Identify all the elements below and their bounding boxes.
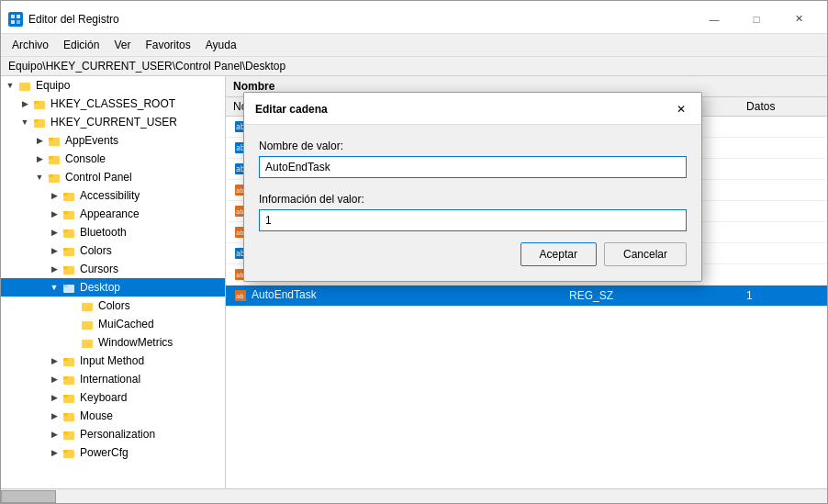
- dialog-cancel-button[interactable]: Cancelar: [604, 242, 687, 266]
- dialog-overlay: Editar cadena ✕ Nombre de valor: Informa…: [0, 0, 828, 504]
- field-value-label: Información del valor:: [259, 193, 687, 206]
- registry-editor-window: Editor del Registro — □ ✕ Archivo Edició…: [0, 0, 828, 504]
- dialog-body: Nombre de valor: Información del valor: …: [244, 125, 701, 281]
- dialog-title: Editar cadena: [255, 103, 672, 116]
- dialog-buttons: Aceptar Cancelar: [259, 242, 687, 266]
- field-value-input[interactable]: [259, 209, 687, 231]
- dialog-title-bar: Editar cadena ✕: [244, 93, 701, 125]
- edit-string-dialog: Editar cadena ✕ Nombre de valor: Informa…: [243, 92, 702, 282]
- dialog-ok-button[interactable]: Aceptar: [520, 242, 597, 266]
- field-name-input[interactable]: [259, 156, 687, 178]
- field-name-label: Nombre de valor:: [259, 140, 687, 152]
- dialog-close-button[interactable]: ✕: [672, 100, 690, 118]
